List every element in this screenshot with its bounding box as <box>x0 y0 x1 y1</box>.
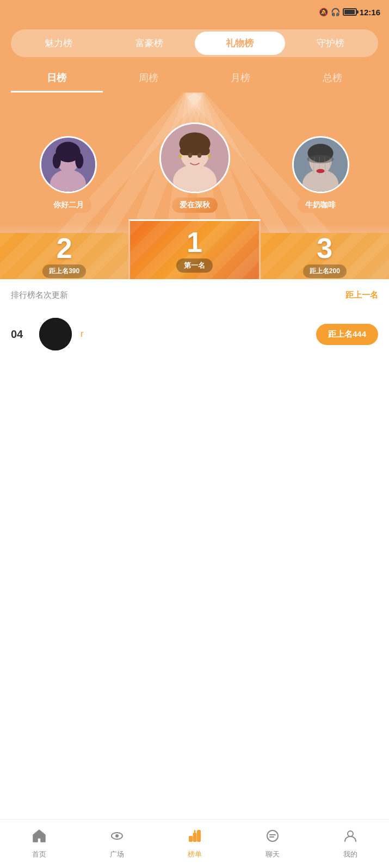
cat-tab-container: 魅力榜 富豪榜 礼物榜 守护榜 <box>11 29 378 57</box>
rank1-label: 第一名 <box>176 258 213 273</box>
list-gap-button[interactable]: 距上名444 <box>316 324 378 345</box>
podium-block-rank2: 2 距上名390 <box>0 233 128 279</box>
list-username: r <box>81 329 307 340</box>
avatar-04-image <box>39 318 72 350</box>
home-icon <box>32 828 47 847</box>
svg-rect-37 <box>189 836 193 842</box>
nav-square[interactable]: 广场 <box>78 824 156 864</box>
list-header-title: 排行榜名次更新 <box>11 290 68 300</box>
sub-tab-weekly[interactable]: 周榜 <box>103 65 195 93</box>
list-section: 排行榜名次更新 距上一名 04 r 距上名444 <box>0 279 389 606</box>
podium-user-rank1[interactable]: 爱在深秋 <box>132 122 258 213</box>
status-icons: 🔕 🎧 12:16 <box>319 8 380 17</box>
sub-tab-daily[interactable]: 日榜 <box>11 65 103 93</box>
avatar-rank3-image <box>294 138 348 192</box>
status-time: 12:16 <box>360 8 380 17</box>
battery-icon <box>343 8 357 16</box>
nav-home[interactable]: 首页 <box>0 824 78 864</box>
podium-block-rank3: 3 距上名200 <box>261 233 389 279</box>
nav-leaderboard-label: 榜单 <box>188 849 202 859</box>
svg-point-45 <box>348 831 353 836</box>
battery-fill <box>344 10 355 14</box>
list-header-link[interactable]: 距上一名 <box>345 290 378 300</box>
notification-icon: 🔕 <box>319 8 328 16</box>
list-avatar[interactable] <box>39 318 72 350</box>
nav-square-label: 广场 <box>110 849 124 859</box>
nav-home-label: 首页 <box>32 849 46 859</box>
svg-point-21 <box>178 155 182 158</box>
nav-mine-label: 我的 <box>343 849 357 859</box>
nav-leaderboard[interactable]: 榜单 <box>156 824 233 864</box>
list-rank: 04 <box>11 328 30 341</box>
svg-point-12 <box>53 153 61 168</box>
svg-rect-41 <box>194 832 195 835</box>
sub-tab-total[interactable]: 总榜 <box>286 65 378 93</box>
svg-point-20 <box>197 152 201 158</box>
svg-point-19 <box>188 152 192 158</box>
svg-point-42 <box>267 830 278 841</box>
rank3-number: 3 <box>317 234 332 262</box>
rank1-name-badge: 爱在深秋 <box>172 198 218 213</box>
avatar-rank1 <box>159 122 230 193</box>
podium-area: 你好二月 <box>0 93 389 279</box>
podium-user-rank3[interactable]: 牛奶咖啡 <box>257 103 384 213</box>
rank2-name-badge: 你好二月 <box>46 198 91 213</box>
avatar-rank2-image <box>41 138 95 192</box>
svg-rect-18 <box>180 147 209 155</box>
rank2-number: 2 <box>57 234 72 262</box>
svg-point-22 <box>207 155 211 158</box>
chat-icon <box>265 828 280 847</box>
list-item: 04 r 距上名444 <box>11 311 378 357</box>
bottom-nav: 首页 广场 榜单 <box>0 819 389 868</box>
cat-tab-charm[interactable]: 魅力榜 <box>13 32 104 55</box>
svg-rect-39 <box>197 830 201 842</box>
avatar-rank2 <box>40 136 97 193</box>
cat-tab-gift[interactable]: 礼物榜 <box>195 32 286 55</box>
svg-point-33 <box>316 169 324 174</box>
podium-user-rank2[interactable]: 你好二月 <box>5 103 132 213</box>
cat-tab-guard[interactable]: 守护榜 <box>285 32 376 55</box>
sub-tab-monthly[interactable]: 月榜 <box>195 65 287 93</box>
list-header: 排行榜名次更新 距上一名 <box>11 290 378 300</box>
svg-marker-40 <box>194 829 196 832</box>
status-bar: 🔕 🎧 12:16 <box>0 0 389 24</box>
podium-blocks: 2 距上名390 1 第一名 3 距上名200 <box>0 219 389 279</box>
cat-tab-rich[interactable]: 富豪榜 <box>104 32 195 55</box>
rank3-gap: 距上名200 <box>303 264 347 278</box>
nav-chat[interactable]: 聊天 <box>233 824 311 864</box>
leaderboard-icon <box>187 828 202 847</box>
nav-mine[interactable]: 我的 <box>311 824 389 864</box>
podium-avatars: 你好二月 <box>0 93 389 213</box>
list-avatar-image <box>39 318 72 350</box>
svg-point-36 <box>115 834 119 838</box>
svg-point-34 <box>39 318 72 350</box>
rank1-number: 1 <box>187 228 202 256</box>
rank3-name-badge: 牛奶咖啡 <box>298 198 343 213</box>
user-icon <box>343 828 358 847</box>
category-tabs: 魅力榜 富豪榜 礼物榜 守护榜 <box>0 24 389 65</box>
nav-chat-label: 聊天 <box>265 849 280 859</box>
sub-tabs: 日榜 周榜 月榜 总榜 <box>0 65 389 93</box>
headphone-icon: 🎧 <box>331 8 340 16</box>
eye-icon <box>109 828 125 847</box>
svg-point-13 <box>76 153 84 168</box>
avatar-rank1-image <box>161 124 229 192</box>
avatar-rank3 <box>292 136 349 193</box>
podium-block-rank1: 1 第一名 <box>128 219 260 279</box>
rank2-gap: 距上名390 <box>42 264 86 278</box>
